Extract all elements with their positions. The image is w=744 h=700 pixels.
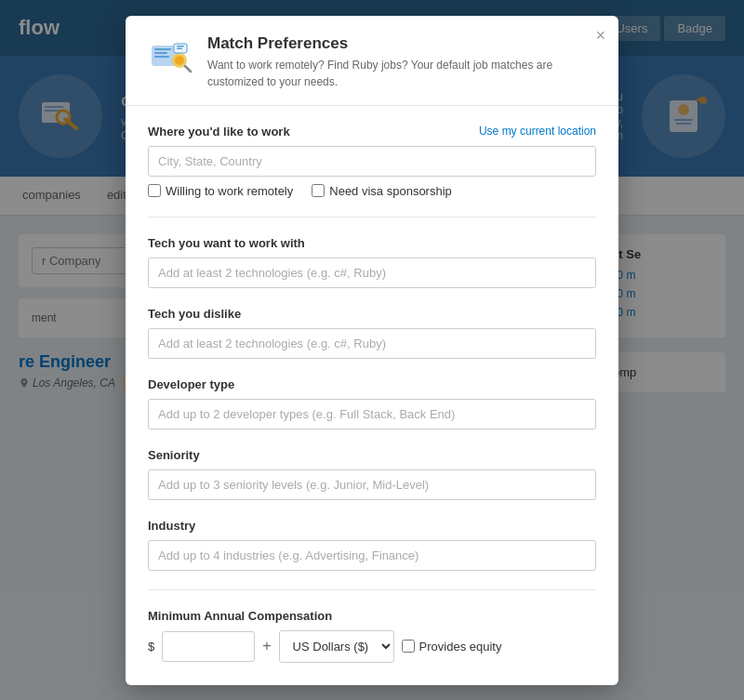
- close-button[interactable]: ×: [595, 27, 605, 44]
- equity-checkbox-label[interactable]: Provides equity: [402, 640, 502, 654]
- modal-header: Match Preferences Want to work remotely?…: [126, 16, 618, 106]
- modal-title: Match Preferences: [207, 34, 596, 53]
- modal-header-text: Match Preferences Want to work remotely?…: [207, 34, 596, 90]
- svg-rect-17: [177, 47, 182, 49]
- location-input[interactable]: [148, 146, 596, 177]
- seniority-label: Seniority: [148, 448, 596, 462]
- svg-rect-12: [154, 56, 169, 58]
- tech-dislike-input[interactable]: [148, 328, 596, 359]
- svg-point-14: [175, 56, 184, 65]
- location-checkboxes: Willing to work remotely Need visa spons…: [148, 184, 596, 198]
- tech-want-input[interactable]: [148, 258, 596, 288]
- dollar-sign: $: [148, 640, 154, 654]
- sponsor-label: Need visa sponsorship: [329, 184, 452, 198]
- industry-input[interactable]: [148, 540, 596, 571]
- tech-want-section: Tech you want to work with: [148, 236, 596, 288]
- svg-rect-11: [154, 52, 167, 54]
- svg-rect-10: [154, 48, 171, 50]
- compensation-label: Minimum Annual Compensation: [148, 609, 596, 623]
- compensation-amount-input[interactable]: [162, 631, 255, 662]
- tech-dislike-section: Tech you dislike: [148, 307, 596, 359]
- use-location-link[interactable]: Use my current location: [479, 125, 596, 138]
- modal-subtitle: Want to work remotely? Find Ruby jobs? Y…: [207, 57, 596, 90]
- compensation-row: $ + US Dollars ($) Euros (€) GBP (£) Pro…: [148, 630, 596, 663]
- industry-label: Industry: [148, 519, 596, 533]
- location-label: Where you'd like to work: [148, 125, 290, 139]
- industry-section: Industry: [148, 519, 596, 571]
- equity-label: Provides equity: [419, 640, 502, 654]
- modal-icon: [148, 34, 194, 81]
- seniority-section: Seniority: [148, 448, 596, 500]
- divider-1: [148, 217, 596, 218]
- dev-type-label: Developer type: [148, 377, 596, 391]
- dev-type-input[interactable]: [148, 399, 596, 429]
- sponsor-checkbox[interactable]: [312, 184, 325, 197]
- seniority-input[interactable]: [148, 469, 596, 500]
- modal-body: Where you'd like to work Use my current …: [126, 106, 618, 685]
- match-preferences-modal: Match Preferences Want to work remotely?…: [126, 16, 618, 685]
- equity-checkbox[interactable]: [402, 640, 415, 653]
- compensation-section: Minimum Annual Compensation $ + US Dolla…: [148, 609, 596, 663]
- divider-2: [148, 589, 596, 590]
- tech-want-label: Tech you want to work with: [148, 236, 596, 250]
- plus-sign: +: [262, 638, 271, 654]
- currency-select[interactable]: US Dollars ($) Euros (€) GBP (£): [279, 630, 394, 663]
- dev-type-section: Developer type: [148, 377, 596, 429]
- remote-label: Willing to work remotely: [166, 184, 293, 198]
- location-label-row: Where you'd like to work Use my current …: [148, 125, 596, 139]
- modal-overlay: Match Preferences Want to work remotely?…: [0, 0, 744, 700]
- remote-checkbox[interactable]: [148, 184, 161, 197]
- svg-rect-16: [177, 46, 184, 47]
- sponsor-checkbox-label[interactable]: Need visa sponsorship: [312, 184, 452, 198]
- tech-dislike-label: Tech you dislike: [148, 307, 596, 321]
- location-section: Where you'd like to work Use my current …: [148, 125, 596, 198]
- remote-checkbox-label[interactable]: Willing to work remotely: [148, 184, 293, 198]
